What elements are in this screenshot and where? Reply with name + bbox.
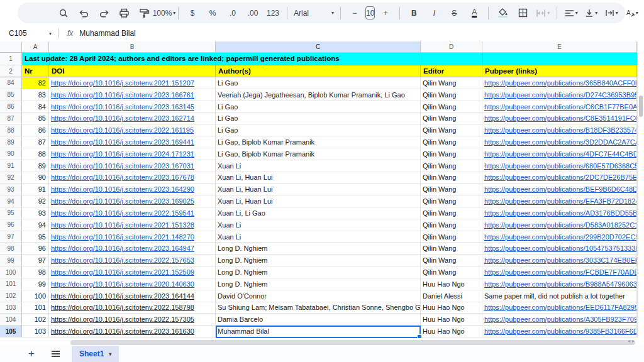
- nr-cell-row-89[interactable]: 87: [22, 136, 49, 148]
- authors-cell-row-86[interactable]: Li Gao: [216, 101, 421, 113]
- name-box-dropdown[interactable]: ▾: [49, 31, 52, 36]
- authors-cell-row-103[interactable]: Su Shiung Lam; Meisam Tabatabaei, Christ…: [216, 302, 421, 314]
- doi-cell-row-88[interactable]: https://doi.org/10.1016/j.scitotenv.2022…: [49, 124, 216, 136]
- editor-cell-row-89[interactable]: Qilin Wang: [421, 136, 482, 148]
- text-color-button[interactable]: A: [465, 6, 484, 21]
- doi-cell-row-84[interactable]: https://doi.org/10.1016/j.scitotenv.2021…: [49, 77, 216, 89]
- header-cell-nr[interactable]: Nr: [22, 65, 49, 77]
- authors-cell-row-105[interactable]: Muhammad Bilal: [216, 326, 421, 337]
- nr-cell-row-97[interactable]: 95: [22, 231, 49, 243]
- decrease-decimal-button[interactable]: .0: [223, 6, 242, 21]
- doi-cell-row-99[interactable]: https://doi.org/10.1016/j.scitotenv.2022…: [49, 255, 216, 266]
- column-header-E[interactable]: E: [482, 41, 637, 53]
- doi-cell-row-105[interactable]: https://doi.org/10.1016/j.scitotenv.2023…: [49, 326, 216, 337]
- editor-cell-row-86[interactable]: Qilin Wang: [421, 101, 482, 113]
- pubpeer-cell-row-88[interactable]: https://pubpeer.com/publications/B18DF3B…: [482, 124, 637, 136]
- font-size-input[interactable]: 10: [365, 6, 375, 19]
- pubpeer-cell-row-104[interactable]: https://pubpeer.com/publications/A305FB9…: [482, 314, 637, 326]
- authors-cell-row-98[interactable]: Long D. Nghiem: [216, 243, 421, 255]
- more-formats-button[interactable]: 123: [264, 6, 282, 21]
- pubpeer-cell-row-90[interactable]: https://pubpeer.com/publications/4DFC7E4…: [482, 148, 637, 160]
- nr-cell-row-96[interactable]: 94: [22, 219, 49, 231]
- nr-cell-row-93[interactable]: 91: [22, 184, 49, 195]
- percent-format-button[interactable]: %: [203, 6, 222, 21]
- doi-cell-row-90[interactable]: https://doi.org/10.1016/j.scitotenv.2024…: [49, 148, 216, 160]
- authors-cell-row-97[interactable]: Xuan Li: [216, 231, 421, 243]
- formula-input[interactable]: Muhammad Bilal: [79, 29, 135, 38]
- row-header-101[interactable]: 101: [0, 278, 22, 290]
- row-header-96[interactable]: 96: [0, 219, 22, 231]
- authors-cell-row-95[interactable]: Xuan Li, Li Gao: [216, 207, 421, 219]
- column-header-B[interactable]: B: [49, 41, 216, 53]
- decrease-font-size-button[interactable]: −: [345, 6, 364, 21]
- row-header-102[interactable]: 102: [0, 290, 22, 302]
- row-header-89[interactable]: 89: [0, 136, 22, 148]
- row-header-99[interactable]: 99: [0, 255, 22, 266]
- pubpeer-cell-row-86[interactable]: https://pubpeer.com/publications/C6CB1F7…: [482, 101, 637, 113]
- pubpeer-cell-row-84[interactable]: https://pubpeer.com/publications/365B840…: [482, 77, 637, 89]
- nr-cell-row-101[interactable]: 99: [22, 278, 49, 290]
- doi-cell-row-95[interactable]: https://doi.org/10.1016/j.scitotenv.2022…: [49, 207, 216, 219]
- banner-cell[interactable]: Last update: 28 April 2024; authors and …: [22, 53, 637, 65]
- nr-cell-row-90[interactable]: 88: [22, 148, 49, 160]
- row-header-94[interactable]: 94: [0, 195, 22, 207]
- authors-cell-row-90[interactable]: Li Gao, Biplob Kumar Pramanik: [216, 148, 421, 160]
- header-cell-pubpeer[interactable]: Pubpeer (links): [482, 65, 637, 77]
- editor-cell-row-85[interactable]: Qilin Wang: [421, 89, 482, 101]
- text-wrap-button[interactable]: ▾: [602, 6, 621, 21]
- fill-handle[interactable]: [417, 334, 422, 338]
- currency-format-button[interactable]: $: [183, 6, 202, 21]
- row-header-84[interactable]: 84: [0, 77, 22, 89]
- doi-cell-row-98[interactable]: https://doi.org/10.1016/j.scitotenv.2023…: [49, 243, 216, 255]
- authors-cell-row-93[interactable]: Xuan Li, Huan Lui: [216, 184, 421, 195]
- authors-cell-row-91[interactable]: Xuan Li: [216, 160, 421, 172]
- undo-button[interactable]: [74, 6, 93, 21]
- pubpeer-cell-row-93[interactable]: https://pubpeer.com/publications/BEF9B6D…: [482, 184, 637, 195]
- borders-button[interactable]: [513, 6, 532, 21]
- editor-cell-row-93[interactable]: Qilin Wang: [421, 184, 482, 195]
- nr-cell-row-103[interactable]: 101: [22, 302, 49, 314]
- pubpeer-cell-row-100[interactable]: https://pubpeer.com/publications/FCBDE7F…: [482, 266, 637, 278]
- row-header-97[interactable]: 97: [0, 231, 22, 243]
- column-header-D[interactable]: D: [421, 41, 482, 53]
- editor-cell-row-103[interactable]: Huu Hao Ngo: [421, 302, 482, 314]
- select-all-corner[interactable]: [0, 41, 22, 53]
- horizontal-scrollbar-thumb[interactable]: [70, 340, 635, 345]
- authors-cell-row-102[interactable]: David O'Connor: [216, 290, 421, 302]
- doi-cell-row-103[interactable]: https://doi.org/10.1016/j.scitotenv.2022…: [49, 302, 216, 314]
- authors-cell-row-96[interactable]: Xuan Li: [216, 219, 421, 231]
- row-header-91[interactable]: 91: [0, 160, 22, 172]
- doi-cell-row-92[interactable]: https://doi.org/10.1016/j.scitotenv.2023…: [49, 172, 216, 184]
- horizontal-align-button[interactable]: ▾: [562, 6, 580, 21]
- editor-cell-row-101[interactable]: Huu Hao Ngo: [421, 278, 482, 290]
- authors-cell-row-94[interactable]: Xuan Li, Huan Lui: [216, 195, 421, 207]
- pubpeer-cell-row-99[interactable]: https://pubpeer.com/publications/3033C17…: [482, 255, 637, 266]
- row-header-100[interactable]: 100: [0, 266, 22, 278]
- editor-cell-row-91[interactable]: Qilin Wang: [421, 160, 482, 172]
- nr-cell-row-88[interactable]: 86: [22, 124, 49, 136]
- pubpeer-cell-row-94[interactable]: https://pubpeer.com/publications/EFA3FB7…: [482, 195, 637, 207]
- editor-cell-row-96[interactable]: Qilin Wang: [421, 219, 482, 231]
- nr-cell-row-86[interactable]: 84: [22, 101, 49, 113]
- nr-cell-row-91[interactable]: 89: [22, 160, 49, 172]
- editor-cell-row-105[interactable]: Huu Hao Ngo: [421, 326, 482, 337]
- editor-cell-row-102[interactable]: Daniel Alessi: [421, 290, 482, 302]
- row-header-87[interactable]: 87: [0, 112, 22, 124]
- row-header-103[interactable]: 103: [0, 302, 22, 314]
- row-header-90[interactable]: 90: [0, 148, 22, 160]
- editor-cell-row-104[interactable]: Huu Hao Ngo: [421, 314, 482, 326]
- doi-cell-row-86[interactable]: https://doi.org/10.1016/j.scitotenv.2023…: [49, 101, 216, 113]
- doi-cell-row-85[interactable]: https://doi.org/10.1016/j.scitotenv.2023…: [49, 89, 216, 101]
- pubpeer-cell-row-97[interactable]: https://pubpeer.com/publications/299B20D…: [482, 231, 637, 243]
- vertical-scrollbar-thumb[interactable]: [639, 96, 643, 117]
- search-button[interactable]: [54, 6, 73, 21]
- pubpeer-cell-row-103[interactable]: https://pubpeer.com/publications/EED6117…: [482, 302, 637, 314]
- fill-color-button[interactable]: [493, 6, 512, 21]
- bold-button[interactable]: B: [404, 6, 423, 21]
- doi-cell-row-104[interactable]: https://doi.org/10.1016/j.scitotenv.2022…: [49, 314, 216, 326]
- column-header-A[interactable]: A: [22, 41, 49, 53]
- pubpeer-cell-row-101[interactable]: https://pubpeer.com/publications/B988A54…: [482, 278, 637, 290]
- text-rotation-button[interactable]: A ▾: [622, 6, 641, 21]
- row-header-98[interactable]: 98: [0, 243, 22, 255]
- pubpeer-cell-row-105[interactable]: https://pubpeer.com/publications/9385FB3…: [482, 326, 637, 337]
